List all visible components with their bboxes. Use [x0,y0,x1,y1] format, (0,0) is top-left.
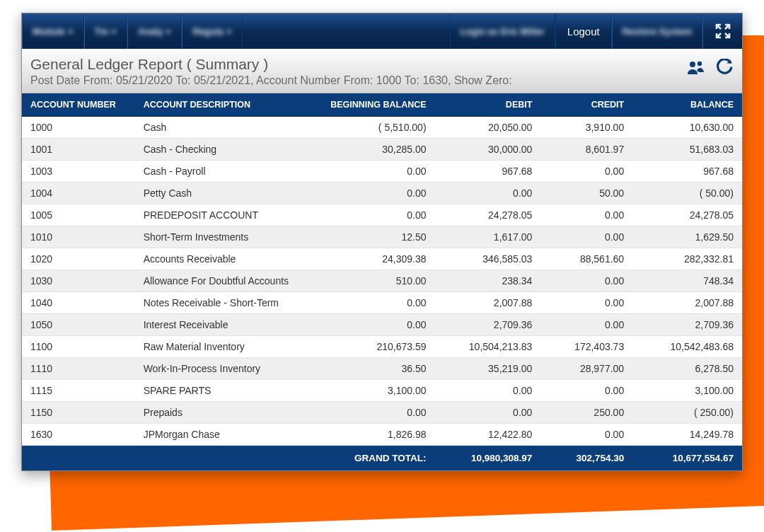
nav-menu-item-3[interactable]: Analy [127,13,182,49]
cell-beginning-balance: 0.00 [315,314,435,336]
cell-credit: 0.00 [540,380,632,402]
cell-beginning-balance: 36.50 [315,358,435,380]
refresh-icon[interactable] [715,59,734,80]
col-balance[interactable]: BALANCE [632,93,742,117]
cell-balance: 10,542,483.68 [632,336,742,358]
cell-credit: 8,601.97 [540,139,632,161]
grand-total-debit: 10,980,308.97 [435,446,541,471]
cell-account-number: 1110 [22,358,135,380]
users-icon[interactable] [687,59,705,79]
table-row[interactable]: 1030Allowance For Doubtful Accounts510.0… [22,270,742,292]
table-header: ACCOUNT NUMBER ACCOUNT DESCRIPTION BEGIN… [22,93,742,117]
report-title: General Ledger Report ( Summary ) [30,56,734,73]
nav-right-group: Login as Eric Miller Logout Restore Syst… [450,13,742,49]
cell-beginning-balance: 510.00 [315,270,435,292]
cell-debit: 238.34 [435,270,541,292]
logged-in-user[interactable]: Login as Eric Miller [450,13,555,49]
cell-account-description: Short-Term Investments [135,226,315,248]
col-credit[interactable]: CREDIT [540,93,632,117]
cell-credit: 28,977.00 [540,358,632,380]
logout-button[interactable]: Logout [555,13,612,49]
cell-account-number: 1003 [22,161,135,183]
nav-context-item[interactable]: Restore System [612,13,702,49]
cell-balance: 6,278.50 [632,358,742,380]
cell-account-number: 1100 [22,336,135,358]
cell-account-number: 1004 [22,183,135,204]
cell-balance: 51,683.03 [632,139,742,161]
cell-account-description: Interest Receivable [135,314,315,336]
table-row[interactable]: 1630JPMorgan Chase1,826.9812,422.800.001… [22,424,742,446]
col-debit[interactable]: DEBIT [435,93,541,117]
cell-beginning-balance: 3,100.00 [315,380,435,402]
cell-account-description: PREDEPOSIT ACCOUNT [135,204,315,226]
table-row[interactable]: 1150Prepaids0.000.00250.00( 250.00) [22,402,742,424]
cell-account-description: Accounts Receivable [135,248,315,270]
cell-account-number: 1050 [22,314,135,336]
cell-credit: 0.00 [540,226,632,248]
cell-debit: 967.68 [435,161,541,183]
cell-debit: 24,278.05 [435,204,541,226]
nav-spacer [243,13,450,49]
cell-credit: 0.00 [540,424,632,446]
cell-credit: 50.00 [540,183,632,204]
col-account-description[interactable]: ACCOUNT DESCRIPTION [135,93,315,117]
table-row[interactable]: 1003Cash - Payroll0.00967.680.00967.68 [22,161,742,183]
cell-credit: 3,910.00 [540,117,632,139]
cell-account-description: JPMorgan Chase [135,424,315,446]
cell-balance: ( 250.00) [632,402,742,424]
table-row[interactable]: 1115SPARE PARTS3,100.000.000.003,100.00 [22,380,742,402]
table-body: 1000Cash( 5,510.00)20,050.003,910.0010,6… [22,117,742,446]
cell-account-description: Raw Material Inventory [135,336,315,358]
cell-credit: 0.00 [540,204,632,226]
nav-menu-item-1[interactable]: Module [22,13,84,49]
cell-debit: 10,504,213.83 [435,336,541,358]
table-row[interactable]: 1005PREDEPOSIT ACCOUNT0.0024,278.050.002… [22,204,742,226]
table-row[interactable]: 1050Interest Receivable0.002,709.360.002… [22,314,742,336]
table-footer: GRAND TOTAL: 10,980,308.97 302,754.30 10… [22,446,742,471]
cell-balance: 282,332.81 [632,248,742,270]
cell-debit: 0.00 [435,183,541,204]
cell-balance: ( 50.00) [632,183,742,204]
cell-beginning-balance: 0.00 [315,292,435,314]
table-row[interactable]: 1020Accounts Receivable24,309.38346,585.… [22,248,742,270]
cell-beginning-balance: 12.50 [315,226,435,248]
logout-label: Logout [567,25,600,37]
cell-debit: 35,219.00 [435,358,541,380]
cell-credit: 172,403.73 [540,336,632,358]
table-row[interactable]: 1110Work-In-Process Inventory36.5035,219… [22,358,742,380]
cell-balance: 10,630.00 [632,117,742,139]
cell-balance: 2,007.88 [632,292,742,314]
cell-beginning-balance: 24,309.38 [315,248,435,270]
cell-debit: 12,422.80 [435,424,541,446]
col-account-number[interactable]: ACCOUNT NUMBER [22,93,135,117]
svg-point-1 [698,62,702,66]
cell-account-description: Cash [135,117,315,139]
cell-account-description: Notes Receivable - Short-Term [135,292,315,314]
table-row[interactable]: 1004Petty Cash0.000.0050.00( 50.00) [22,183,742,204]
cell-account-description: SPARE PARTS [135,380,315,402]
grand-total-credit: 302,754.30 [540,446,632,471]
table-row[interactable]: 1001Cash - Checking30,285.0030,000.008,6… [22,139,742,161]
cell-debit: 2,709.36 [435,314,541,336]
cell-beginning-balance: 30,285.00 [315,139,435,161]
cell-account-number: 1150 [22,402,135,424]
cell-balance: 24,278.05 [632,204,742,226]
cell-balance: 3,100.00 [632,380,742,402]
cell-beginning-balance: 0.00 [315,402,435,424]
col-beginning-balance[interactable]: BEGINNING BALANCE [315,93,435,117]
cell-account-number: 1005 [22,204,135,226]
cell-debit: 0.00 [435,402,541,424]
table-row[interactable]: 1100Raw Material Inventory210,673.5910,5… [22,336,742,358]
cell-debit: 2,007.88 [435,292,541,314]
nav-menu-item-4[interactable]: Regula [182,13,242,49]
table-row[interactable]: 1040Notes Receivable - Short-Term0.002,0… [22,292,742,314]
cell-beginning-balance: 1,826.98 [315,424,435,446]
cell-debit: 30,000.00 [435,139,541,161]
table-row[interactable]: 1010Short-Term Investments12.501,617.000… [22,226,742,248]
table-row[interactable]: 1000Cash( 5,510.00)20,050.003,910.0010,6… [22,117,742,139]
cell-balance: 2,709.36 [632,314,742,336]
fullscreen-button[interactable] [702,13,742,49]
cell-debit: 1,617.00 [435,226,541,248]
grand-total-label: GRAND TOTAL: [22,446,435,471]
nav-menu-item-2[interactable]: Tm [84,13,128,49]
